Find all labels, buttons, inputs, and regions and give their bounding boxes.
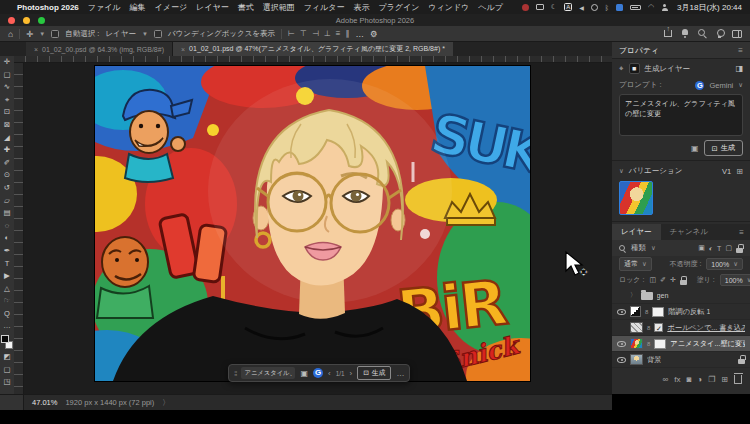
layer-mask-thumbnail[interactable] bbox=[652, 307, 664, 317]
reference-image-icon[interactable]: ▣ bbox=[300, 369, 308, 378]
layer-thumbnail[interactable] bbox=[630, 322, 643, 333]
move-tool-preset-icon[interactable]: ✛ bbox=[26, 29, 33, 39]
gemini-logo-icon[interactable]: G bbox=[313, 368, 323, 378]
taskbar-generate-button[interactable]: ⊡ 生成 bbox=[357, 366, 391, 380]
clone-stamp-tool-icon[interactable]: ⊙ bbox=[0, 169, 14, 182]
mask-link-icon[interactable]: 8 bbox=[647, 325, 650, 331]
discover-bulb-icon[interactable] bbox=[716, 29, 723, 38]
menubar-item[interactable]: 表示 bbox=[353, 2, 369, 13]
edit-toolbar-icon[interactable]: ◳ bbox=[0, 376, 14, 389]
lasso-tool-icon[interactable]: ∿ bbox=[0, 81, 14, 94]
search-icon[interactable] bbox=[698, 29, 707, 38]
panel-menu-icon[interactable]: ≡ bbox=[738, 46, 743, 55]
color-swatches[interactable] bbox=[1, 335, 13, 349]
new-layer-icon[interactable]: ⊞ bbox=[721, 375, 728, 384]
app-blue-icon[interactable] bbox=[616, 4, 623, 11]
quick-mask-icon[interactable]: ◩ bbox=[0, 351, 14, 364]
lock-position-icon[interactable]: ✛ bbox=[670, 276, 676, 284]
adjustment-layer-icon[interactable]: ◑ bbox=[697, 375, 702, 384]
path-selection-tool-icon[interactable]: ▶ bbox=[0, 270, 14, 283]
filter-smart-object-icon[interactable] bbox=[736, 244, 743, 253]
user-switch-icon[interactable] bbox=[661, 4, 668, 11]
input-source-icon[interactable]: A bbox=[564, 3, 572, 11]
healing-brush-tool-icon[interactable]: ✚ bbox=[0, 144, 14, 157]
layer-thumbnail[interactable] bbox=[630, 338, 643, 349]
menubar-clock[interactable]: 3月18日(水) 20:44 bbox=[677, 2, 742, 13]
delete-layer-trash-icon[interactable] bbox=[734, 375, 742, 384]
blur-tool-icon[interactable]: ◌ bbox=[0, 220, 14, 233]
eyedropper-tool-icon[interactable]: ◢ bbox=[0, 132, 14, 145]
hand-tool-icon[interactable]: ☞ bbox=[0, 295, 14, 308]
layer-row-anime-style[interactable]: 8 アニメスタイ...壁に変更 2 bbox=[612, 336, 750, 352]
distribute-icon[interactable]: ≡ bbox=[336, 29, 341, 38]
pin-icon[interactable]: ⌖ bbox=[619, 64, 624, 74]
dodge-tool-icon[interactable]: ◐ bbox=[0, 232, 14, 245]
grid-view-icon[interactable]: ⊞ bbox=[736, 167, 743, 176]
zoom-level-field[interactable]: 47.01% bbox=[32, 398, 57, 407]
panel-menu-icon[interactable]: ≡ bbox=[739, 228, 744, 237]
layer-toggle-icon[interactable]: ◨ bbox=[735, 64, 743, 73]
collapse-arrow-icon[interactable]: 〉 bbox=[630, 291, 637, 300]
gear-icon[interactable]: ⚙ bbox=[370, 29, 378, 39]
next-variation-icon[interactable]: › bbox=[349, 369, 352, 378]
blend-mode-select[interactable]: 通常 ∨ bbox=[619, 257, 652, 271]
tab-layers[interactable]: レイヤー bbox=[612, 224, 661, 240]
display-icon[interactable] bbox=[536, 4, 544, 10]
distribute-v-icon[interactable]: ∥ bbox=[346, 29, 350, 38]
menubar-item[interactable]: プラグイン bbox=[378, 2, 419, 13]
menubar-item[interactable]: 編集 bbox=[130, 2, 146, 13]
history-brush-tool-icon[interactable]: ↺ bbox=[0, 182, 14, 195]
visibility-eye-icon[interactable] bbox=[617, 357, 626, 363]
align-right-icon[interactable]: ⊣ bbox=[312, 29, 319, 38]
visibility-eye-icon[interactable] bbox=[617, 341, 626, 347]
prompt-textarea[interactable]: アニメスタイル、グラフィティ風の壁に変更 bbox=[619, 94, 743, 136]
crop-tool-icon[interactable]: ⊡ bbox=[0, 106, 14, 119]
frame-tool-icon[interactable]: ⊠ bbox=[0, 119, 14, 132]
share-icon[interactable] bbox=[664, 30, 672, 37]
bluetooth-icon[interactable]: ᛒ bbox=[605, 4, 609, 11]
lock-all-icon[interactable] bbox=[680, 276, 687, 285]
auto-select-checkbox[interactable] bbox=[51, 30, 59, 38]
filter-type-icon[interactable]: T bbox=[717, 245, 721, 252]
chevron-down-icon[interactable]: ▼ bbox=[142, 31, 148, 37]
volume-icon[interactable]: ◀ bbox=[579, 4, 584, 11]
layer-mask-thumbnail[interactable] bbox=[654, 339, 666, 349]
auto-select-value[interactable]: レイヤー bbox=[105, 29, 136, 39]
reference-image-icon[interactable]: ▣ bbox=[691, 144, 699, 153]
filter-shape-icon[interactable]: ▢ bbox=[725, 244, 732, 252]
home-icon[interactable]: ⌂ bbox=[8, 29, 13, 39]
app-status-icon[interactable] bbox=[522, 4, 529, 11]
tab-properties[interactable]: プロパティ bbox=[619, 45, 659, 56]
screen-mode-icon[interactable]: ▢ bbox=[0, 364, 14, 377]
drag-handle-icon[interactable]: ⁞⁞ bbox=[234, 369, 236, 378]
variation-thumbnail[interactable] bbox=[619, 181, 653, 215]
menubar-item[interactable]: フィルター bbox=[304, 2, 345, 13]
align-top-icon[interactable]: ⊥ bbox=[324, 29, 331, 38]
previous-variation-icon[interactable]: ‹ bbox=[328, 369, 331, 378]
pen-tool-icon[interactable]: ✒ bbox=[0, 245, 14, 258]
focus-moon-icon[interactable]: ☾ bbox=[551, 3, 557, 11]
close-icon[interactable]: × bbox=[181, 46, 185, 53]
battery-icon[interactable] bbox=[630, 5, 641, 10]
more-tools-icon[interactable]: … bbox=[0, 320, 14, 333]
taskbar-more-icon[interactable]: … bbox=[396, 369, 404, 378]
canvas-pasteboard[interactable]: SUK BiR Snick bbox=[24, 63, 612, 394]
menubar-item[interactable]: 書式 bbox=[238, 2, 254, 13]
canvas-artwork[interactable]: SUK BiR Snick bbox=[95, 66, 530, 381]
layer-effects-icon[interactable]: fx bbox=[674, 375, 680, 384]
visibility-eye-icon[interactable] bbox=[617, 309, 626, 315]
move-tool-icon[interactable]: ✛ bbox=[0, 56, 14, 69]
align-center-icon[interactable]: ⊤ bbox=[300, 29, 307, 38]
menubar-item[interactable]: ウィンドウ bbox=[428, 2, 469, 13]
layer-row-background[interactable]: 背景 bbox=[612, 352, 750, 368]
filter-image-icon[interactable]: ▣ bbox=[698, 244, 705, 252]
lock-paint-icon[interactable]: ✐ bbox=[660, 276, 666, 284]
variations-header[interactable]: ∨ バリエーション V1 ⊞ bbox=[612, 163, 750, 179]
link-layers-icon[interactable]: ∞ bbox=[663, 375, 669, 384]
menubar-app-name[interactable]: Photoshop 2026 bbox=[17, 3, 79, 12]
gradient-tool-icon[interactable]: ▤ bbox=[0, 207, 14, 220]
more-options-icon[interactable]: … bbox=[356, 29, 365, 39]
document-tab-2[interactable]: × 01_02_01.psd @ 47%(アニメスタイル、グラフィティ風の壁に変… bbox=[173, 42, 453, 56]
mask-link-icon[interactable]: 8 bbox=[645, 309, 648, 315]
document-tab-1[interactable]: × 01_02_00.psd @ 64.3% (img, RGB/8#) bbox=[26, 42, 173, 56]
